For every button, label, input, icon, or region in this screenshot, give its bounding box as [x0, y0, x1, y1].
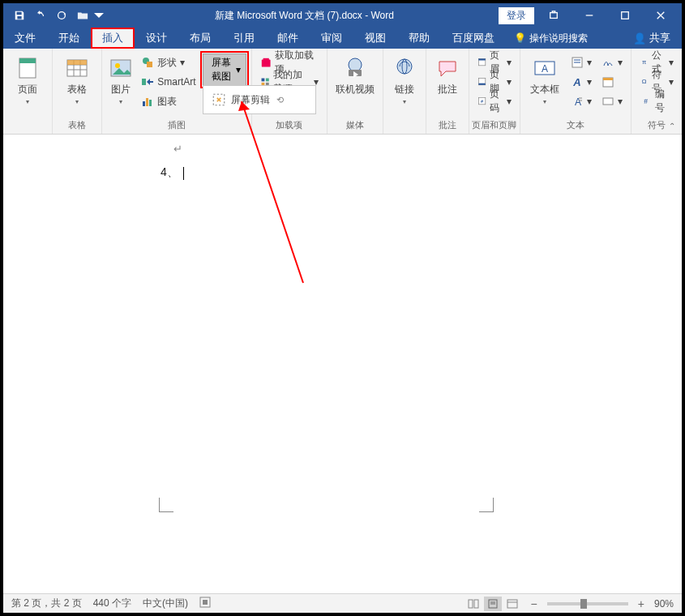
link-button[interactable]: 链接 ▾ [388, 52, 421, 105]
tab-insert[interactable]: 插入 [91, 28, 135, 49]
share-label: 共享 [649, 31, 670, 45]
tab-design[interactable]: 设计 [135, 28, 178, 49]
zoom-in-button[interactable]: + [635, 597, 648, 610]
svg-rect-14 [67, 60, 87, 65]
shapes-button[interactable]: 形状 ▾ [138, 53, 199, 71]
pagenum-button[interactable]: #页码 ▾ [474, 92, 515, 110]
title-bar: 新建 Microsoft Word 文档 (7).docx - Word 登录 [3, 3, 682, 28]
datetime-button[interactable] [598, 73, 626, 91]
group-links-label [383, 119, 426, 134]
wordart-button[interactable]: A▾ [567, 73, 595, 91]
cover-page-label: 页面 [18, 83, 37, 96]
signature-button[interactable]: ▾ [598, 53, 626, 71]
tab-home[interactable]: 开始 [47, 28, 91, 49]
tab-help[interactable]: 帮助 [397, 28, 441, 49]
chevron-down-icon: ▾ [236, 64, 241, 75]
print-layout-button[interactable] [484, 597, 502, 611]
tab-review[interactable]: 审阅 [310, 28, 353, 49]
minimize-button[interactable] [573, 3, 606, 28]
svg-point-16 [115, 63, 120, 68]
svg-rect-19 [142, 79, 146, 85]
open-button[interactable] [73, 6, 92, 25]
language-indicator[interactable]: 中文(中国) [143, 597, 188, 610]
chevron-down-icon: ▾ [587, 57, 592, 68]
word-count[interactable]: 440 个字 [93, 597, 131, 610]
table-button[interactable]: 表格 ▾ [58, 52, 96, 105]
page-indicator[interactable]: 第 2 页，共 2 页 [11, 597, 82, 610]
shapes-icon [141, 56, 154, 69]
svg-rect-28 [263, 58, 268, 61]
tab-view[interactable]: 视图 [353, 28, 397, 49]
svg-text:A: A [542, 63, 548, 75]
save-button[interactable] [10, 6, 29, 25]
svg-rect-27 [262, 59, 271, 66]
cover-page-button[interactable]: 页面 ▾ [8, 52, 47, 105]
ribbon-display-button[interactable] [537, 3, 570, 28]
textbox-icon: A [532, 55, 558, 81]
picture-icon [108, 55, 134, 81]
zoom-out-button[interactable]: − [528, 597, 541, 610]
equation-icon: π [640, 56, 649, 69]
quickparts-button[interactable]: ▾ [567, 53, 595, 71]
pictures-button[interactable]: 图片 ▾ [107, 52, 135, 105]
online-video-button[interactable]: 联机视频 [332, 52, 378, 96]
chevron-down-icon: ▾ [119, 98, 122, 105]
share-button[interactable]: 👤 共享 [622, 28, 682, 49]
video-label: 联机视频 [336, 83, 375, 96]
group-illustrations: 图片 ▾ 形状 ▾ SmartArt 图表 [102, 49, 252, 134]
maximize-button[interactable] [609, 3, 641, 28]
screen-clipping-label: 屏幕剪辑 [231, 93, 270, 107]
group-tables: 表格 ▾ 表格 [53, 49, 102, 134]
group-comments-label: 批注 [426, 119, 469, 134]
macro-indicator[interactable] [199, 597, 211, 610]
smartart-label: SmartArt [157, 76, 195, 88]
page-icon [15, 55, 41, 81]
chevron-down-icon: ▾ [507, 57, 512, 68]
redo-button[interactable] [52, 6, 71, 25]
comment-button[interactable]: 批注 [431, 52, 464, 96]
qat-dropdown[interactable] [94, 6, 104, 25]
signature-icon [602, 56, 614, 69]
smartart-button[interactable]: SmartArt [138, 73, 199, 91]
document-area[interactable]: ↵ 4、 [3, 135, 682, 593]
chevron-down-icon: ▾ [618, 57, 623, 68]
number-label: 编号 [655, 88, 674, 115]
undo-button[interactable] [31, 6, 50, 25]
view-buttons [465, 597, 521, 611]
tab-references[interactable]: 引用 [222, 28, 266, 49]
svg-rect-67 [507, 600, 517, 608]
link-label: 链接 [395, 83, 414, 96]
number-button[interactable]: #编号 [636, 92, 677, 110]
chart-button[interactable]: 图表 [138, 92, 199, 110]
tab-layout[interactable]: 布局 [178, 28, 222, 49]
dropcap-icon: A [571, 95, 584, 108]
collapse-ribbon-button[interactable]: ⌃ [669, 122, 675, 130]
tell-me-search[interactable]: 💡 操作说明搜索 [506, 28, 596, 49]
svg-rect-20 [143, 101, 145, 106]
tab-baidu[interactable]: 百度网盘 [441, 28, 506, 49]
svg-rect-54 [603, 98, 613, 105]
close-button[interactable] [644, 3, 677, 28]
web-layout-button[interactable] [503, 597, 521, 611]
screenshot-button[interactable]: 屏幕截图 ▾ 屏幕剪辑 ⟲ [203, 53, 246, 86]
textbox-label: 文本框 [530, 83, 559, 96]
textbox-button[interactable]: A 文本框 ▾ [525, 52, 564, 105]
zoom-thumb[interactable] [580, 599, 587, 609]
ribbon: 页面 ▾ 表格 ▾ 表格 图片 ▾ [3, 49, 682, 135]
tab-mailings[interactable]: 邮件 [266, 28, 310, 49]
tab-file[interactable]: 文件 [3, 28, 47, 49]
group-comments: 批注 批注 [426, 49, 469, 134]
read-mode-button[interactable] [465, 597, 482, 611]
zoom-slider[interactable] [547, 602, 628, 605]
document-line[interactable]: 4、 [161, 165, 184, 180]
login-button[interactable]: 登录 [499, 7, 534, 24]
wordart-icon: A [571, 75, 584, 88]
zoom-level[interactable]: 90% [654, 598, 674, 610]
group-text: A 文本框 ▾ ▾ A▾ A▾ ▾ ▾ 文本 [520, 49, 631, 134]
lightbulb-icon: 💡 [514, 32, 526, 44]
dropcap-button[interactable]: A▾ [567, 92, 595, 110]
screen-clipping-item[interactable]: 屏幕剪辑 ⟲ [203, 89, 315, 110]
margin-corner-bl [159, 498, 173, 512]
pictures-label: 图片 [111, 83, 131, 96]
object-button[interactable]: ▾ [598, 92, 626, 110]
